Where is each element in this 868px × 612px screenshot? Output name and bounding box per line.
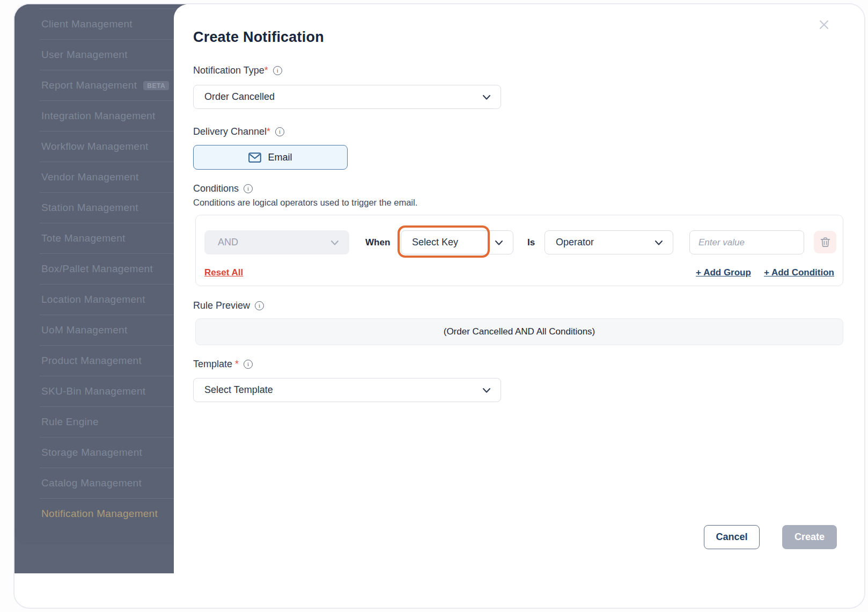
rule-preview-label-row: Rule Preview i xyxy=(193,300,264,311)
template-placeholder: Select Template xyxy=(194,384,481,396)
sidebar-item-uom-management[interactable]: UoM Management xyxy=(40,315,186,345)
sidebar-item-integration-management[interactable]: Integration Management xyxy=(40,100,186,131)
create-notification-modal: Create Notification Notification Type* i… xyxy=(174,4,865,609)
email-button-label: Email xyxy=(268,152,292,163)
conditions-builder: AND When Select Key Is Oper xyxy=(195,215,843,286)
condition-operator-select[interactable]: Operator xyxy=(545,230,673,254)
delivery-channel-label-row: Delivery Channel* i xyxy=(193,126,284,137)
condition-operator-placeholder: Operator xyxy=(545,237,653,248)
sidebar: Client Management User Management Report… xyxy=(14,4,186,573)
chevron-down-icon xyxy=(481,92,492,103)
page-title: Create Notification xyxy=(193,29,324,46)
add-condition-link[interactable]: + Add Condition xyxy=(764,267,834,278)
sidebar-item-workflow-management[interactable]: Workflow Management xyxy=(40,131,186,162)
sidebar-item-sku-bin-management[interactable]: SKU-Bin Management xyxy=(40,376,186,406)
info-icon[interactable]: i xyxy=(244,184,253,193)
rule-preview-value: (Order Cancelled AND All Conditions) xyxy=(444,326,595,337)
required-asterisk: * xyxy=(264,65,268,76)
condition-key-select[interactable]: Select Key xyxy=(401,230,513,254)
delivery-channel-label: Delivery Channel* xyxy=(193,126,270,137)
delete-condition-button[interactable] xyxy=(814,231,836,253)
add-group-link[interactable]: + Add Group xyxy=(696,267,751,278)
sidebar-item-storage-management[interactable]: Storage Management xyxy=(40,437,186,468)
sidebar-item-user-management[interactable]: User Management xyxy=(40,39,186,70)
chevron-down-icon xyxy=(329,237,340,248)
conditions-label: Conditions xyxy=(193,183,239,194)
rule-preview-box: (Order Cancelled AND All Conditions) xyxy=(195,318,843,345)
sidebar-item-client-management[interactable]: Client Management xyxy=(40,9,186,39)
info-icon[interactable]: i xyxy=(255,301,264,310)
cancel-button[interactable]: Cancel xyxy=(704,525,760,549)
close-icon[interactable] xyxy=(816,17,832,32)
conditions-label-row: Conditions i xyxy=(193,183,253,194)
condition-actions: + Add Group + Add Condition xyxy=(696,267,834,278)
sidebar-menu: Client Management User Management Report… xyxy=(14,4,186,545)
sidebar-item-box-pallet-management[interactable]: Box/Pallet Management xyxy=(40,253,186,284)
conditions-description: Conditions are logical operators used to… xyxy=(193,198,417,208)
rule-preview-label: Rule Preview xyxy=(193,300,250,311)
sidebar-item-vendor-management[interactable]: Vendor Management xyxy=(40,162,186,192)
sidebar-item-tote-management[interactable]: Tote Management xyxy=(40,223,186,253)
condition-value-input[interactable] xyxy=(689,230,804,254)
template-select[interactable]: Select Template xyxy=(193,378,501,402)
logic-operator-value: AND xyxy=(205,237,329,248)
logic-operator-select[interactable]: AND xyxy=(204,230,349,254)
sidebar-item-location-management[interactable]: Location Management xyxy=(40,284,186,315)
sidebar-item-report-management[interactable]: Report ManagementBETA xyxy=(40,70,186,100)
sidebar-item-notification-management[interactable]: Notification Management xyxy=(40,498,186,529)
page-background: Client Management User Management Report… xyxy=(0,0,868,612)
notification-type-value: Order Cancelled xyxy=(194,91,481,103)
info-icon[interactable]: i xyxy=(275,127,284,136)
chevron-down-icon xyxy=(481,385,492,396)
sidebar-item-rule-engine[interactable]: Rule Engine xyxy=(40,406,186,437)
notification-type-label-row: Notification Type* i xyxy=(193,65,282,76)
info-icon[interactable]: i xyxy=(244,360,253,369)
sidebar-item-catalog-management[interactable]: Catalog Management xyxy=(40,468,186,498)
sidebar-item-station-management[interactable]: Station Management xyxy=(40,192,186,223)
required-asterisk: * xyxy=(267,126,270,137)
reset-all-link[interactable]: Reset All xyxy=(204,267,243,278)
template-label-row: Template* i xyxy=(193,359,253,370)
is-label: Is xyxy=(527,230,535,254)
email-icon xyxy=(248,152,261,163)
trash-icon xyxy=(820,237,830,247)
template-label: Template* xyxy=(193,359,239,370)
required-asterisk: * xyxy=(235,359,239,369)
delivery-channel-email-button[interactable]: Email xyxy=(193,145,348,170)
notification-type-select[interactable]: Order Cancelled xyxy=(193,85,501,109)
notification-type-label: Notification Type* xyxy=(193,65,268,76)
condition-key-placeholder: Select Key xyxy=(401,237,494,248)
chevron-down-icon xyxy=(494,237,504,248)
chevron-down-icon xyxy=(653,237,664,248)
create-button[interactable]: Create xyxy=(782,525,837,549)
beta-badge: BETA xyxy=(143,81,169,90)
info-icon[interactable]: i xyxy=(273,66,282,75)
when-label: When xyxy=(365,230,390,254)
app-window: Client Management User Management Report… xyxy=(13,3,865,609)
sidebar-item-product-management[interactable]: Product Management xyxy=(40,345,186,376)
